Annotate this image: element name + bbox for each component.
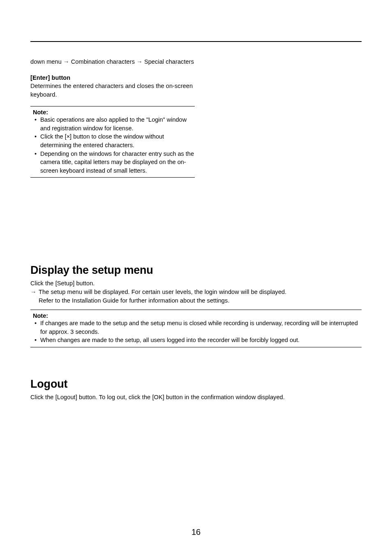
list-item: Basic operations are also applied to the…	[35, 116, 195, 132]
left-column: down menu → Combination characters → Spe…	[30, 58, 195, 178]
setup-line2a: The setup menu will be displayed. For ce…	[39, 288, 362, 296]
setup-arrow-line: → The setup menu will be displayed. For …	[30, 288, 362, 296]
page-content: down menu → Combination characters → Spe…	[30, 41, 362, 401]
enter-button-description: Determines the entered characters and cl…	[30, 82, 195, 99]
logout-text: Click the [Logout] button. To log out, c…	[30, 393, 362, 402]
setup-line2b: Refer to the Installation Guide for furt…	[39, 296, 362, 305]
note-box-top: Note: Basic operations are also applied …	[30, 106, 195, 178]
document-page: down menu → Combination characters → Spe…	[0, 0, 392, 555]
note-box-setup: Note: If changes are made to the setup a…	[30, 310, 362, 347]
setup-line1: Click the [Setup] button.	[30, 279, 362, 288]
list-item: Depending on the windows for character e…	[35, 150, 195, 175]
list-item: When changes are made to the setup, all …	[35, 336, 362, 345]
dropdown-continuation-text: down menu → Combination characters → Spe…	[30, 58, 195, 66]
top-rule	[30, 41, 362, 42]
note-bullets-top: Basic operations are also applied to the…	[30, 116, 195, 175]
setup-section: Display the setup menu Click the [Setup]…	[30, 264, 362, 347]
note-label: Note:	[30, 312, 362, 319]
arrow-right-icon: →	[30, 288, 39, 296]
setup-line2b-wrap: Refer to the Installation Guide for furt…	[30, 296, 362, 305]
list-item: If changes are made to the setup and the…	[35, 319, 362, 336]
page-number: 16	[0, 527, 392, 537]
logout-heading: Logout	[30, 378, 362, 391]
list-item: Click the [×] button to close the window…	[35, 132, 195, 149]
arrow-spacer	[30, 296, 39, 305]
setup-heading: Display the setup menu	[30, 264, 362, 277]
note-label: Note:	[30, 109, 195, 116]
note-bullets-setup: If changes are made to the setup and the…	[30, 319, 362, 345]
logout-section: Logout Click the [Logout] button. To log…	[30, 378, 362, 402]
enter-button-heading: [Enter] button	[30, 74, 195, 82]
